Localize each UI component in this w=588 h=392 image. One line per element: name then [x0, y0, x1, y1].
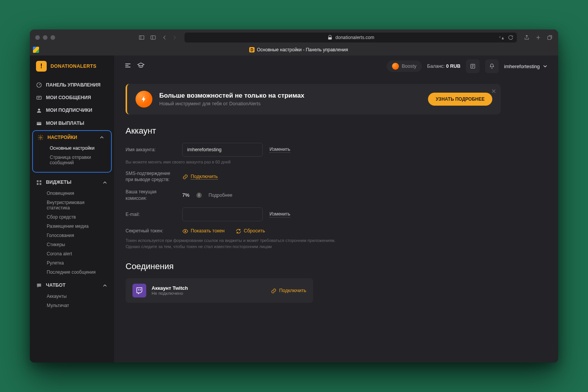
sidebar-item-label: НАСТРОЙКИ: [47, 135, 77, 140]
sidebar-sub-multichat[interactable]: Мультичат: [30, 301, 114, 310]
sidebar-sub-stream-stats[interactable]: Внутристримовая статистика: [30, 198, 114, 212]
sidebar-item-widgets[interactable]: ВИДЖЕТЫ: [30, 176, 114, 188]
sidebar-item-dashboard[interactable]: ПАНЕЛЬ УПРАВЛЕНИЯ: [30, 78, 114, 91]
new-tab-icon[interactable]: [535, 34, 541, 41]
sidebar-item-settings[interactable]: НАСТРОЙКИ: [33, 131, 111, 144]
sidebar-sub-send-page[interactable]: Страница отправки сообщений: [33, 153, 111, 167]
sms-row: SMS-подтверждение при выводе средств: По…: [126, 170, 501, 183]
account-name-input[interactable]: [182, 143, 263, 157]
token-label: Секретный токен:: [126, 228, 175, 234]
chevron-up-icon: [102, 179, 108, 185]
brand-logo[interactable]: DONATIONALERTS: [30, 56, 114, 77]
sidebar-sub-fundraising[interactable]: Сбор средств: [30, 212, 114, 222]
connection-connect-link[interactable]: Подключить: [271, 287, 306, 294]
news-button[interactable]: [466, 59, 480, 73]
nav-back-icon[interactable]: [162, 34, 168, 41]
svg-rect-11: [39, 180, 41, 182]
balance-display[interactable]: Баланс: 0 RUB: [427, 64, 461, 69]
notifications-button[interactable]: [485, 59, 499, 73]
token-show-label: Показать токен: [191, 228, 225, 234]
sidebar-sub-main-settings[interactable]: Основные настройки: [33, 144, 111, 153]
sidebar-item-subscribers[interactable]: МОИ ПОДПИСЧИКИ: [30, 104, 114, 117]
email-input[interactable]: [182, 207, 263, 221]
promo-subtitle: Новый инструмент для тебя от DonationAle…: [159, 101, 304, 106]
svg-point-15: [185, 230, 186, 232]
menu-toggle-icon[interactable]: [124, 62, 132, 71]
sidebar-sub-label: Рулетка: [47, 260, 64, 266]
sidebar-sub-media[interactable]: Размещение медиа: [30, 222, 114, 231]
chevron-up-icon: [102, 282, 108, 289]
account-name-change-link[interactable]: Изменить: [270, 147, 290, 153]
promo-close-icon[interactable]: ✕: [491, 88, 496, 95]
sidebar-sub-polls[interactable]: Голосования: [30, 231, 114, 240]
sidebar-item-messages[interactable]: МОИ СООБЩЕНИЯ: [30, 91, 114, 104]
tabs-icon[interactable]: [547, 34, 553, 41]
dashboard-icon: [36, 82, 42, 88]
svg-rect-10: [37, 180, 39, 182]
user-menu[interactable]: imherefortesting: [504, 63, 548, 70]
chat-icon: [36, 282, 42, 289]
fee-row: Ваша текущая комиссия: 7% i Подробнее: [126, 189, 501, 201]
sms-connect-label: Подключить: [191, 174, 218, 180]
boosty-icon: [392, 63, 399, 70]
google-drive-icon[interactable]: [33, 47, 39, 53]
sidebar-sub-stickers[interactable]: Стикеры: [30, 240, 114, 249]
token-reset-label: Сбросить: [244, 228, 265, 234]
sidebar-sub-last-messages[interactable]: Последние сообщения: [30, 268, 114, 277]
info-icon[interactable]: i: [196, 193, 202, 198]
close-window-icon[interactable]: [35, 35, 40, 40]
token-show-link[interactable]: Показать токен: [182, 227, 225, 234]
sidebar-sub-alerts[interactable]: Оповещения: [30, 189, 114, 198]
svg-rect-0: [151, 36, 155, 39]
email-row: E-mail: Изменить: [126, 207, 501, 221]
tab-overview-icon[interactable]: [150, 34, 156, 41]
translate-icon[interactable]: [498, 34, 505, 41]
reload-icon[interactable]: [508, 34, 514, 41]
sidebar-item-label: ПАНЕЛЬ УПРАВЛЕНИЯ: [46, 82, 100, 88]
sidebar-sub-label: Мультичат: [47, 303, 69, 308]
svg-rect-13: [39, 183, 41, 185]
sidebar-sub-label: Стикеры: [47, 242, 65, 247]
link-icon: [182, 173, 188, 180]
main-content: Boosty Баланс: 0 RUB imherefortesting: [114, 56, 558, 363]
maximize-window-icon[interactable]: [51, 35, 55, 40]
newspaper-icon: [470, 63, 476, 69]
academy-icon[interactable]: [137, 62, 145, 71]
browser-tab-active[interactable]: D Основные настройки - Панель управления: [42, 47, 555, 52]
account-name-row: Имя аккаунта: Изменить: [126, 143, 501, 157]
fee-more-link[interactable]: Подробнее: [209, 193, 232, 198]
refresh-icon: [235, 227, 242, 234]
window-controls[interactable]: [35, 35, 55, 40]
sidebar-item-label: МОИ СООБЩЕНИЯ: [46, 95, 91, 100]
address-bar[interactable]: donationalerts.com: [185, 33, 517, 42]
token-hint: Токен используется при формировании ссыл…: [126, 237, 501, 250]
gear-icon: [38, 134, 44, 140]
boosty-button[interactable]: Boosty: [387, 60, 422, 72]
sms-label: SMS-подтверждение при выводе средств:: [126, 170, 175, 183]
sidebar-item-label: ЧАТБОТ: [46, 283, 65, 288]
svg-rect-12: [37, 183, 39, 185]
minimize-window-icon[interactable]: [43, 35, 47, 40]
promo-cta-button[interactable]: УЗНАТЬ ПОДРОБНЕЕ: [428, 93, 492, 106]
sidebar-sub-corona-alert[interactable]: Corona alert: [30, 249, 114, 258]
nav-forward-icon: [172, 34, 178, 41]
brand-name: DONATIONALERTS: [51, 64, 96, 69]
sidebar-sub-roulette[interactable]: Рулетка: [30, 258, 114, 268]
sidebar-sub-accounts[interactable]: Аккаунты: [30, 292, 114, 301]
browser-window: donationalerts.com D: [30, 29, 558, 363]
section-title-connections: Соединения: [126, 261, 501, 271]
token-reset-link[interactable]: Сбросить: [235, 227, 265, 234]
fee-label: Ваша текущая комиссия:: [126, 189, 175, 201]
username: imherefortesting: [504, 64, 540, 69]
sms-connect-link[interactable]: Подключить: [182, 173, 218, 180]
twitch-icon: [132, 284, 146, 297]
sidebar-item-payouts[interactable]: МОИ ВЫПЛАТЫ: [30, 117, 114, 129]
user-icon: [36, 107, 42, 114]
chevron-down-icon: [542, 63, 548, 70]
sidebar-toggle-icon[interactable]: [139, 34, 145, 41]
app-topbar: Boosty Баланс: 0 RUB imherefortesting: [114, 56, 558, 77]
email-change-link[interactable]: Изменить: [270, 211, 290, 217]
svg-rect-7: [37, 122, 41, 125]
sidebar-item-chatbot[interactable]: ЧАТБОТ: [30, 279, 114, 292]
share-icon[interactable]: [524, 34, 530, 41]
